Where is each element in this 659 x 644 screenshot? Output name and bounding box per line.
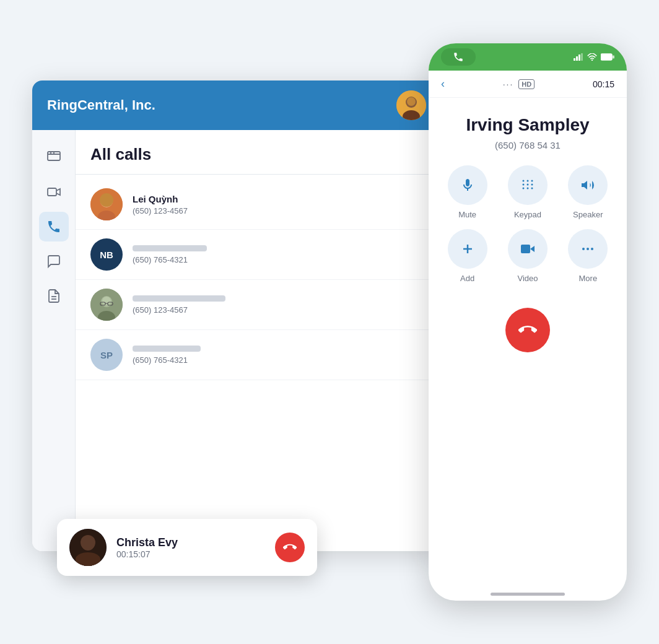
sidebar-item-chat[interactable] xyxy=(39,246,69,276)
call-name-1: Lei Quỳnh xyxy=(133,194,426,204)
svg-point-3 xyxy=(407,97,416,106)
call-item-1[interactable]: Lei Quỳnh (650) 123-4567 xyxy=(76,180,441,230)
add-control[interactable]: Add xyxy=(443,229,491,283)
phone-controls-row2: Add Video More xyxy=(429,229,627,283)
app-body: All calls xyxy=(32,130,441,551)
call-item-4[interactable]: SP (650) 765-4321 xyxy=(76,330,441,380)
avatar-nb: NB xyxy=(90,238,123,271)
mute-button xyxy=(448,165,487,205)
phone-contact-number: (650) 768 54 31 xyxy=(441,140,614,150)
phone-call-timer: 00:15 xyxy=(593,79,614,89)
svg-point-35 xyxy=(531,180,533,182)
call-list: Lei Quỳnh (650) 123-4567 NB (650) 765-43… xyxy=(76,175,441,385)
avatar-sp: SP xyxy=(90,339,123,371)
content-header: All calls xyxy=(76,130,441,175)
phone-nav-actions: ··· HD xyxy=(503,79,535,89)
svg-point-18 xyxy=(102,297,111,305)
keypad-label: Keypad xyxy=(514,210,541,219)
svg-marker-42 xyxy=(582,181,587,189)
phone-contact-name: Irving Sampley xyxy=(441,115,614,135)
desktop-app: RingCentral, Inc. xyxy=(32,80,441,551)
svg-rect-32 xyxy=(613,56,614,59)
svg-point-14 xyxy=(102,196,111,206)
call-info-3: (650) 123-4567 xyxy=(133,295,426,315)
call-item-2[interactable]: NB (650) 765-4321 xyxy=(76,230,441,280)
sidebar-item-messages[interactable] xyxy=(39,142,69,172)
name-placeholder-3 xyxy=(133,295,225,302)
video-button xyxy=(508,229,548,269)
call-number-4: (650) 765-4321 xyxy=(133,355,426,365)
name-placeholder-4 xyxy=(133,346,201,352)
svg-point-36 xyxy=(522,184,524,186)
svg-point-49 xyxy=(591,248,593,250)
mute-control[interactable]: Mute xyxy=(443,165,491,219)
speaker-button xyxy=(568,165,608,205)
content-area: All calls xyxy=(76,130,441,551)
svg-point-23 xyxy=(81,537,95,550)
svg-point-39 xyxy=(522,188,524,189)
phone-nav-bar: ‹ ··· HD 00:15 xyxy=(429,71,627,98)
svg-rect-8 xyxy=(48,188,56,196)
more-control[interactable]: More xyxy=(564,229,612,283)
svg-point-47 xyxy=(582,248,585,250)
more-label: More xyxy=(579,274,598,283)
svg-rect-29 xyxy=(581,53,583,61)
app-header: RingCentral, Inc. xyxy=(32,80,441,130)
active-call-bar: Christa Evy 00:15:07 xyxy=(57,519,317,576)
svg-point-24 xyxy=(78,555,98,566)
active-call-name: Christa Evy xyxy=(116,536,265,549)
phone-back-button[interactable]: ‹ xyxy=(441,77,445,90)
phone-end-call-button[interactable] xyxy=(505,308,550,352)
phone-controls-row1: Mute Keypad xyxy=(429,165,627,219)
mobile-phone: ‹ ··· HD 00:15 Irving Sampley (650) 768 … xyxy=(429,43,627,601)
phone-home-indicator xyxy=(491,593,565,596)
call-item-3[interactable]: (650) 123-4567 xyxy=(76,280,441,330)
active-call-info: Christa Evy 00:15:07 xyxy=(116,536,265,559)
more-button xyxy=(568,229,608,269)
avatar-lei xyxy=(90,188,123,220)
svg-rect-27 xyxy=(576,56,578,61)
phone-contact-section: Irving Sampley (650) 768 54 31 xyxy=(429,98,627,165)
svg-point-38 xyxy=(531,184,533,186)
add-label: Add xyxy=(460,274,474,283)
svg-rect-31 xyxy=(601,54,612,60)
svg-rect-26 xyxy=(574,58,575,61)
sidebar-item-tasks[interactable] xyxy=(39,281,69,311)
svg-point-40 xyxy=(526,188,528,189)
call-info-4: (650) 765-4321 xyxy=(133,346,426,365)
svg-marker-45 xyxy=(530,246,535,252)
app-title: RingCentral, Inc. xyxy=(47,97,155,113)
svg-point-34 xyxy=(526,180,528,182)
speaker-control[interactable]: Speaker xyxy=(564,165,612,219)
svg-point-25 xyxy=(82,537,94,549)
svg-point-48 xyxy=(587,248,589,250)
svg-point-12 xyxy=(100,195,113,207)
active-call-avatar xyxy=(69,529,107,566)
call-info-1: Lei Quỳnh (650) 123-4567 xyxy=(133,194,426,215)
sidebar xyxy=(32,130,76,551)
svg-rect-46 xyxy=(521,245,530,253)
call-number-3: (650) 123-4567 xyxy=(133,305,426,315)
calls-title: All calls xyxy=(90,145,151,163)
sidebar-item-phone[interactable] xyxy=(39,212,69,242)
video-label: Video xyxy=(517,274,538,283)
sidebar-item-video[interactable] xyxy=(39,177,69,207)
svg-point-22 xyxy=(69,529,107,566)
svg-rect-28 xyxy=(578,54,580,61)
svg-point-30 xyxy=(591,59,593,61)
call-info-2: (650) 765-4321 xyxy=(133,245,426,264)
name-placeholder-2 xyxy=(133,245,207,251)
phone-dots[interactable]: ··· xyxy=(503,79,514,89)
phone-end-call-section xyxy=(429,308,627,352)
end-call-button[interactable] xyxy=(275,533,305,562)
svg-point-41 xyxy=(531,188,533,189)
header-avatar[interactable] xyxy=(396,90,426,120)
scene: RingCentral, Inc. xyxy=(32,43,627,601)
video-control[interactable]: Video xyxy=(504,229,551,283)
speaker-label: Speaker xyxy=(573,210,603,219)
svg-point-37 xyxy=(526,184,528,186)
phone-status-bar xyxy=(429,43,627,71)
keypad-control[interactable]: Keypad xyxy=(504,165,551,219)
phone-call-status-icon xyxy=(441,48,476,66)
active-call-duration: 00:15:07 xyxy=(116,549,265,559)
